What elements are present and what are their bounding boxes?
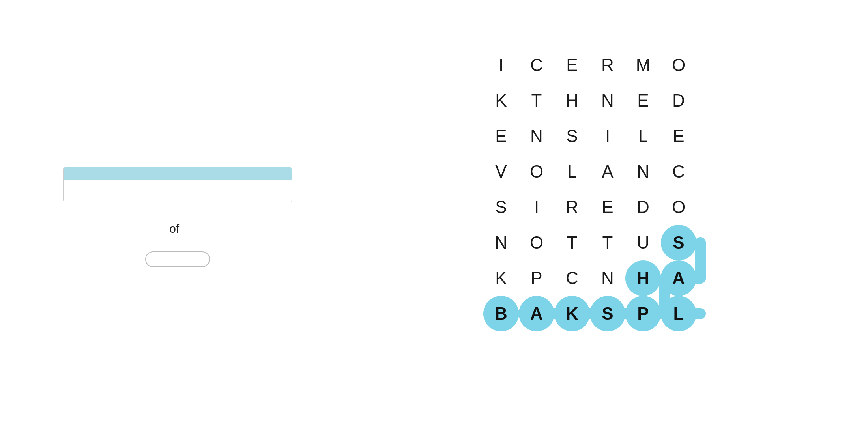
grid-cell[interactable]: H bbox=[625, 260, 661, 296]
grid-cell[interactable]: E bbox=[661, 118, 696, 154]
grid-cell[interactable]: S bbox=[554, 118, 590, 154]
grid-container: ICERMOKTHNEDENSILEVOLANCSIREDONOTTUSKPCN… bbox=[483, 47, 740, 331]
hint-button[interactable] bbox=[145, 251, 210, 267]
grid-cell[interactable]: S bbox=[590, 296, 625, 331]
grid-cell[interactable]: A bbox=[661, 260, 696, 296]
found-text: of bbox=[166, 222, 189, 236]
grid-cell[interactable]: V bbox=[483, 154, 519, 189]
grid-cell[interactable]: C bbox=[554, 260, 590, 296]
grid-cell[interactable]: T bbox=[519, 83, 554, 118]
grid-cell[interactable]: T bbox=[590, 225, 625, 260]
grid-cell[interactable]: N bbox=[625, 154, 661, 189]
grid-cell[interactable]: C bbox=[519, 47, 554, 83]
grid-cell[interactable]: P bbox=[625, 296, 661, 331]
grid-cell[interactable]: I bbox=[590, 118, 625, 154]
theme-header bbox=[64, 167, 292, 180]
grid-cell[interactable]: I bbox=[483, 47, 519, 83]
grid-cell[interactable]: E bbox=[483, 118, 519, 154]
right-panel: ICERMOKTHNEDENSILEVOLANCSIREDONOTTUSKPCN… bbox=[355, 0, 868, 434]
grid-cell[interactable]: A bbox=[519, 296, 554, 331]
grid-cell[interactable]: O bbox=[661, 47, 696, 83]
grid-cell[interactable]: D bbox=[661, 83, 696, 118]
grid-cell[interactable]: T bbox=[554, 225, 590, 260]
grid-cell[interactable]: R bbox=[554, 189, 590, 225]
grid-cell[interactable]: S bbox=[661, 225, 696, 260]
grid-cell[interactable]: O bbox=[661, 189, 696, 225]
grid-cell[interactable]: N bbox=[483, 225, 519, 260]
theme-body bbox=[64, 180, 292, 202]
grid-cell[interactable]: N bbox=[519, 118, 554, 154]
grid-cell[interactable]: P bbox=[519, 260, 554, 296]
grid-cell[interactable]: N bbox=[590, 83, 625, 118]
grid-cell[interactable]: S bbox=[483, 189, 519, 225]
grid-cell[interactable]: K bbox=[483, 83, 519, 118]
grid-cell[interactable]: M bbox=[625, 47, 661, 83]
grid-cell[interactable]: L bbox=[554, 154, 590, 189]
left-panel: of bbox=[0, 0, 355, 434]
grid-cell[interactable]: E bbox=[554, 47, 590, 83]
theme-box bbox=[63, 167, 292, 202]
grid-cell[interactable]: O bbox=[519, 225, 554, 260]
grid-cell[interactable]: H bbox=[554, 83, 590, 118]
grid-cell[interactable]: N bbox=[590, 260, 625, 296]
grid-cell[interactable]: I bbox=[519, 189, 554, 225]
grid-cell[interactable]: E bbox=[625, 83, 661, 118]
grid-cell[interactable]: C bbox=[661, 154, 696, 189]
grid-cell[interactable]: O bbox=[519, 154, 554, 189]
grid-cell[interactable]: K bbox=[554, 296, 590, 331]
grid-cell[interactable]: D bbox=[625, 189, 661, 225]
grid-cell[interactable]: L bbox=[625, 118, 661, 154]
grid-cell[interactable]: E bbox=[590, 189, 625, 225]
grid-cell[interactable]: R bbox=[590, 47, 625, 83]
grid-cell[interactable]: A bbox=[590, 154, 625, 189]
grid-cell[interactable]: B bbox=[483, 296, 519, 331]
grid-cell[interactable]: K bbox=[483, 260, 519, 296]
grid-cell[interactable]: L bbox=[661, 296, 696, 331]
grid-cell[interactable]: U bbox=[625, 225, 661, 260]
word-grid: ICERMOKTHNEDENSILEVOLANCSIREDONOTTUSKPCN… bbox=[483, 47, 740, 331]
